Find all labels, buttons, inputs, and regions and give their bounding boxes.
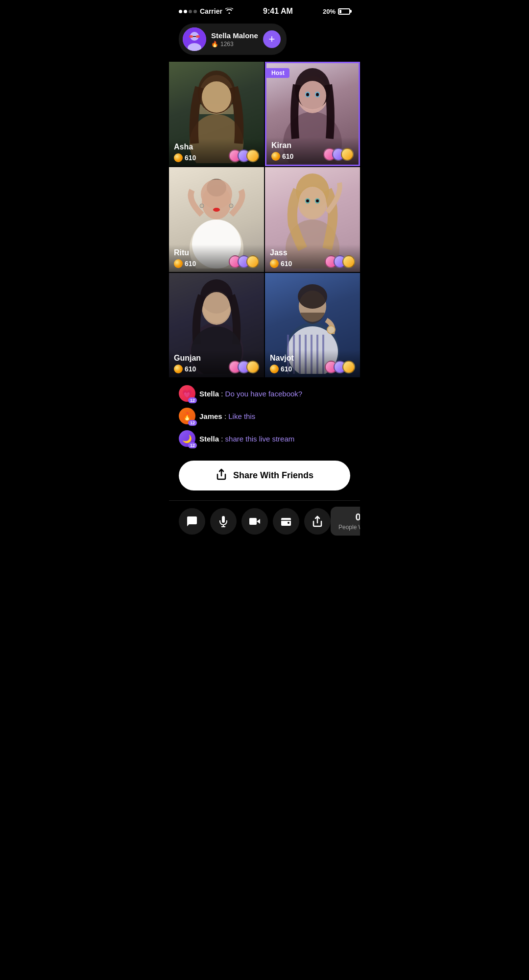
- cell-avatars-navjot: [325, 361, 355, 373]
- cell-coins-gunjan: 610: [174, 365, 201, 373]
- share-button-label: Share With Friends: [233, 470, 313, 481]
- svg-marker-55: [257, 519, 260, 524]
- share-bottom-button[interactable]: [304, 508, 331, 535]
- waiting-count: 0: [338, 512, 360, 523]
- flame-icon: 🔥: [211, 41, 218, 48]
- share-with-friends-button[interactable]: Share With Friends: [179, 461, 350, 490]
- chat-sender-1: Stella: [199, 390, 219, 398]
- chat-avatar-badge-2: 🔥 12: [179, 408, 195, 424]
- svg-point-25: [229, 204, 233, 208]
- coin-icon: [174, 153, 183, 162]
- microphone-button[interactable]: [210, 508, 237, 535]
- svg-point-51: [327, 326, 335, 334]
- svg-point-18: [316, 93, 319, 96]
- cell-bottom-ritu: Ritu 610: [169, 245, 264, 272]
- video-cell-navjot[interactable]: Navjot 610: [265, 273, 360, 377]
- cell-name-ritu: Ritu: [174, 248, 196, 257]
- coin-value-r: 610: [185, 260, 196, 268]
- cell-name-navjot: Navjot: [270, 354, 294, 363]
- video-cell-asha[interactable]: Asha 610: [169, 62, 264, 166]
- signal-dot-2: [184, 10, 187, 13]
- video-grid: Asha 610: [169, 62, 360, 377]
- svg-point-22: [201, 179, 232, 209]
- score-value: 1263: [220, 41, 234, 48]
- mini-avatar-n3: [342, 361, 355, 373]
- wallet-button[interactable]: [273, 508, 299, 535]
- cell-coins-asha: 610: [174, 153, 196, 162]
- cell-name-asha: Asha: [174, 143, 196, 151]
- chat-message-1: 💗 12 Stella : Do you have facebook?: [179, 385, 350, 402]
- chat-text-2: James : Like this: [199, 412, 255, 420]
- cell-bottom-asha: Asha 610: [169, 139, 264, 166]
- signal-dots: [179, 10, 197, 13]
- cell-bottom-jass: Jass 610: [265, 245, 360, 272]
- coin-icon-g: [174, 365, 183, 373]
- status-left: Carrier: [179, 7, 233, 15]
- chat-level-2: 12: [188, 420, 197, 426]
- carrier-label: Carrier: [200, 7, 222, 15]
- wifi-icon: [225, 7, 233, 15]
- chat-avatar-icon-3: 🌙: [182, 434, 192, 443]
- status-right: 20%: [323, 8, 350, 15]
- svg-point-30: [299, 187, 326, 218]
- svg-rect-4: [196, 35, 200, 38]
- cell-bottom-gunjan: Gunjan 610: [169, 350, 264, 377]
- svg-point-33: [306, 199, 309, 202]
- chat-message-3: 🌙 12 Stella : share this live stream: [179, 430, 350, 447]
- cell-coins-navjot: 610: [270, 365, 294, 373]
- mini-avatar-g3: [246, 361, 259, 373]
- svg-point-17: [306, 93, 309, 96]
- svg-point-10: [202, 81, 231, 113]
- cell-info-kiran: Kiran 610: [271, 141, 293, 161]
- signal-dot-3: [189, 10, 192, 13]
- cell-coins-kiran: 610: [271, 152, 293, 161]
- cell-coins-jass: 610: [270, 259, 292, 268]
- coin-icon-r: [174, 259, 183, 268]
- svg-rect-3: [189, 35, 193, 38]
- cell-bottom-kiran: Kiran 610: [266, 137, 359, 165]
- mini-avatar-k3: [341, 148, 354, 161]
- user-name: Stella Malone: [211, 31, 258, 40]
- video-cell-ritu[interactable]: Ritu 610: [169, 167, 264, 271]
- svg-point-14: [299, 81, 326, 110]
- avatar: [183, 27, 206, 51]
- cell-avatars-ritu: [229, 255, 259, 268]
- chat-sender-3: Stella: [199, 435, 219, 443]
- chat-button[interactable]: [179, 508, 205, 535]
- chat-avatar-icon-1: 💗: [182, 389, 192, 398]
- cell-avatars-gunjan: [229, 361, 259, 373]
- share-section: Share With Friends: [169, 461, 360, 500]
- coin-icon-n: [270, 365, 279, 373]
- cell-info-asha: Asha 610: [174, 143, 196, 162]
- cell-info-navjot: Navjot 610: [270, 354, 294, 373]
- video-button[interactable]: [241, 508, 268, 535]
- battery-icon: [338, 8, 350, 15]
- svg-point-38: [203, 292, 230, 323]
- video-cell-jass[interactable]: Jass 610: [265, 167, 360, 271]
- cell-bottom-navjot: Navjot 610: [265, 350, 360, 377]
- chat-avatar-badge-1: 💗 12: [179, 385, 195, 402]
- cell-avatars-jass: [325, 255, 355, 268]
- chat-avatar-icon-2: 🔥: [182, 412, 192, 421]
- video-cell-kiran[interactable]: Host Kiran 610: [265, 62, 360, 166]
- cell-avatars-asha: [229, 149, 259, 162]
- add-button[interactable]: +: [263, 30, 281, 48]
- cell-name-kiran: Kiran: [271, 141, 293, 150]
- battery-percent: 20%: [323, 8, 336, 15]
- svg-point-34: [316, 199, 319, 202]
- chat-level-3: 12: [188, 442, 197, 448]
- svg-point-24: [200, 204, 204, 208]
- chat-text-3: Stella : share this live stream: [199, 435, 294, 443]
- chat-section: 💗 12 Stella : Do you have facebook? 🔥 12…: [169, 385, 360, 461]
- cell-info-ritu: Ritu 610: [174, 248, 196, 268]
- mini-avatar-r3: [246, 255, 259, 268]
- waiting-label: People Waiting: [338, 524, 360, 531]
- coin-value-g: 610: [185, 365, 196, 373]
- chat-message-2: 🔥 12 James : Like this: [179, 408, 350, 424]
- battery-fill: [339, 10, 341, 13]
- chat-text-1: Stella : Do you have facebook?: [199, 390, 302, 398]
- coin-value-j: 610: [281, 260, 292, 268]
- host-badge: Host: [266, 68, 289, 78]
- video-cell-gunjan[interactable]: Gunjan 610: [169, 273, 264, 377]
- share-button-icon: [216, 468, 227, 483]
